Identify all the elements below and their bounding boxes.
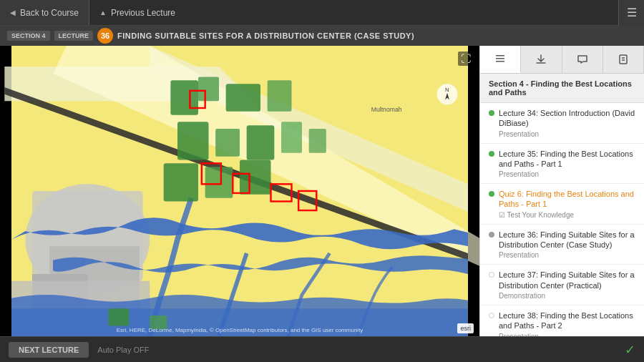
status-dot bbox=[489, 232, 494, 238]
completion-check-icon: ✓ bbox=[625, 342, 635, 358]
map-attribution: Esri, HERE, DeLorme, MapmyIndia, © OpenS… bbox=[117, 327, 364, 333]
status-dot bbox=[489, 313, 494, 318]
lecture-subtitle: Demonstration bbox=[499, 292, 635, 300]
bottom-controls: NEXT LECTURE Auto Play OFF ✓ bbox=[0, 336, 644, 362]
lecture-title: Lecture 38: Finding the Best Locations a… bbox=[499, 310, 635, 331]
sidebar: Section 4 - Finding the Best Locations a… bbox=[479, 46, 644, 336]
chevron-up-icon: ▲ bbox=[99, 9, 107, 16]
svg-rect-18 bbox=[281, 122, 302, 152]
status-dot bbox=[489, 191, 494, 197]
svg-rect-16 bbox=[215, 129, 240, 157]
tab-discuss[interactable] bbox=[562, 46, 603, 73]
sidebar-toggle-button[interactable]: ☰ bbox=[618, 0, 644, 26]
lecture-item[interactable]: Lecture 35: Finding the Best Locations a… bbox=[480, 144, 644, 185]
svg-rect-14 bbox=[268, 80, 292, 112]
sidebar-tabs bbox=[480, 46, 644, 74]
lecture-subtitle: Presentation bbox=[499, 130, 635, 138]
lecture-item-header: Quiz 6: Finding the Best Locations and P… bbox=[489, 189, 635, 210]
lecture-item-header: Lecture 35: Finding the Best Locations a… bbox=[489, 149, 635, 170]
lecture-item[interactable]: Lecture 38: Finding the Best Locations a… bbox=[480, 305, 644, 336]
breadcrumb-bar: SECTION 4 LECTURE 36 FINDING SUITABLE SI… bbox=[0, 26, 644, 46]
svg-rect-15 bbox=[177, 122, 209, 160]
lecture-item[interactable]: Quiz 6: Finding the Best Locations and P… bbox=[480, 184, 644, 225]
status-dot bbox=[489, 272, 494, 278]
lecture-item-header: Lecture 37: Finding Suitable Sites for a… bbox=[489, 270, 635, 290]
svg-rect-19 bbox=[309, 129, 326, 153]
back-course-label: Back to Course bbox=[20, 8, 79, 18]
lecture-item-header: Lecture 34: Section Introduction (David … bbox=[489, 108, 635, 129]
lecture-item-header: Lecture 38: Finding the Best Locations a… bbox=[489, 310, 635, 331]
svg-rect-37 bbox=[496, 58, 504, 59]
svg-rect-11 bbox=[170, 80, 198, 114]
lecture-subtitle: Presentation bbox=[499, 170, 635, 178]
lecture-item[interactable]: Lecture 36: Finding Suitable Sites for a… bbox=[480, 225, 644, 265]
lecture-badge: LECTURE bbox=[54, 31, 94, 41]
section-badge: SECTION 4 bbox=[7, 31, 50, 41]
lecture-title: Lecture 36: Finding Suitable Sites for a… bbox=[499, 230, 635, 250]
lecture-title: Quiz 6: Finding the Best Locations and P… bbox=[499, 189, 635, 210]
lecture-item-header: Lecture 36: Finding Suitable Sites for a… bbox=[489, 230, 635, 250]
svg-rect-23 bbox=[108, 308, 129, 326]
sidebar-content: Lecture 34: Section Introduction (David … bbox=[480, 103, 644, 336]
next-lecture-button[interactable]: NEXT LECTURE bbox=[9, 342, 89, 358]
top-navigation: ◀ Back to Course ▲ Previous Lecture ☰ bbox=[0, 0, 644, 26]
tab-notes[interactable] bbox=[603, 46, 644, 73]
prev-lecture-label: Previous Lecture bbox=[111, 8, 175, 18]
esri-watermark: esri bbox=[457, 323, 474, 333]
lecture-number-badge: 36 bbox=[97, 28, 113, 44]
main-area: Multnomah esri N ⛶ Esri, HERE, DeLorme, … bbox=[0, 46, 644, 336]
svg-rect-39 bbox=[620, 55, 627, 64]
previous-lecture-button[interactable]: ▲ Previous Lecture bbox=[89, 0, 185, 25]
lecture-item[interactable]: Lecture 34: Section Introduction (David … bbox=[480, 103, 644, 144]
tab-curriculum[interactable] bbox=[480, 46, 521, 73]
svg-rect-22 bbox=[240, 160, 271, 195]
video-area: Multnomah esri N ⛶ Esri, HERE, DeLorme, … bbox=[0, 46, 479, 336]
status-dot bbox=[489, 110, 494, 116]
svg-text:N: N bbox=[445, 87, 449, 93]
expand-icon[interactable]: ⛶ bbox=[458, 52, 474, 66]
lecture-item[interactable]: Lecture 37: Finding Suitable Sites for a… bbox=[480, 265, 644, 305]
tab-download[interactable] bbox=[521, 46, 562, 73]
svg-rect-12 bbox=[198, 77, 219, 102]
lecture-subtitle: ☑ Test Your Knowledge bbox=[499, 211, 635, 219]
map-container: Multnomah esri N ⛶ Esri, HERE, DeLorme, … bbox=[0, 46, 479, 336]
lecture-title: Lecture 34: Section Introduction (David … bbox=[499, 108, 635, 129]
lecture-subtitle: Presentation bbox=[499, 251, 635, 259]
svg-rect-38 bbox=[496, 61, 504, 62]
svg-rect-17 bbox=[247, 125, 275, 160]
sidebar-section-header: Section 4 - Finding the Best Locations a… bbox=[480, 74, 644, 103]
status-dot bbox=[489, 151, 494, 157]
autoplay-button[interactable]: Auto Play OFF bbox=[97, 346, 149, 354]
lecture-title: Lecture 35: Finding the Best Locations a… bbox=[499, 149, 635, 170]
lecture-title: Lecture 37: Finding Suitable Sites for a… bbox=[499, 270, 635, 290]
hamburger-icon: ☰ bbox=[627, 6, 637, 19]
breadcrumb-title: FINDING SUITABLE SITES FOR A DISTRIBUTIO… bbox=[117, 31, 414, 40]
svg-text:Multnomah: Multnomah bbox=[371, 106, 402, 113]
svg-rect-20 bbox=[164, 163, 198, 201]
map-svg: Multnomah esri N bbox=[0, 46, 479, 336]
svg-rect-13 bbox=[226, 84, 260, 112]
back-arrow-icon: ◀ bbox=[10, 9, 16, 16]
svg-rect-21 bbox=[205, 167, 233, 198]
svg-rect-36 bbox=[496, 55, 504, 57]
back-to-course-button[interactable]: ◀ Back to Course bbox=[0, 0, 89, 25]
